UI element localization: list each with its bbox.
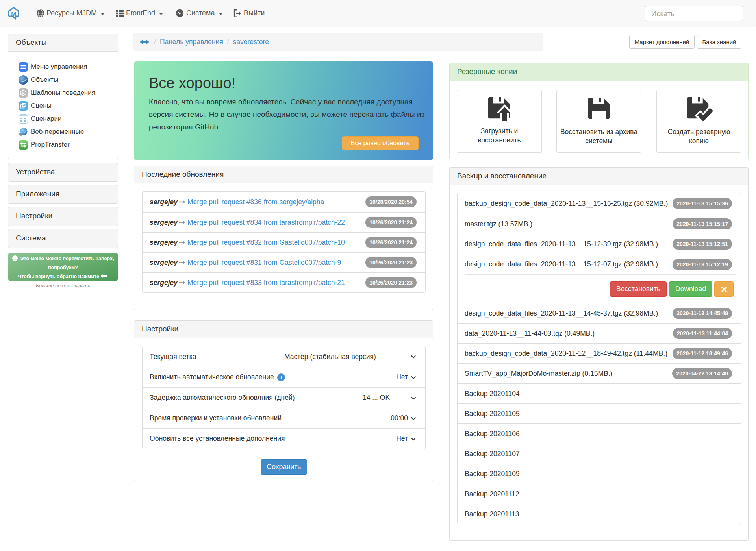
svg-text:M: M	[22, 91, 25, 95]
svg-text:i: i	[280, 375, 282, 381]
svg-text:M: M	[11, 10, 16, 17]
